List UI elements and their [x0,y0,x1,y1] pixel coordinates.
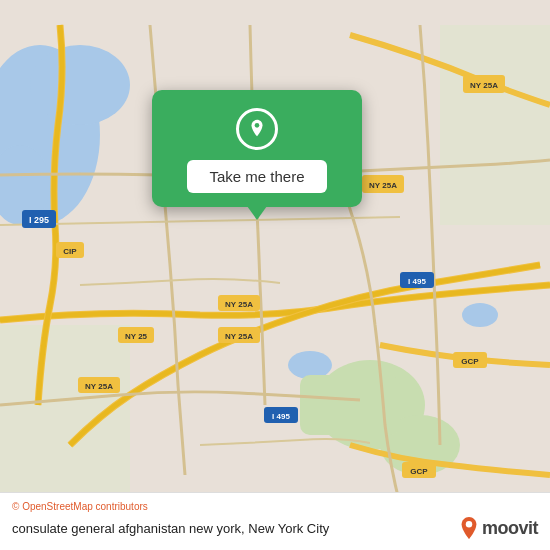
svg-text:GCP: GCP [410,467,428,476]
moovit-pin-icon [459,516,479,540]
svg-text:NY 25A: NY 25A [225,300,253,309]
bottom-bar: © OpenStreetMap contributors consulate g… [0,492,550,550]
location-icon-circle [236,108,278,150]
svg-text:I 495: I 495 [272,412,290,421]
location-pin-icon [246,118,268,140]
svg-point-36 [466,521,472,527]
svg-text:NY 25: NY 25 [125,332,148,341]
attribution-text: © OpenStreetMap contributors [12,501,538,512]
svg-text:NY 25A: NY 25A [369,181,397,190]
svg-rect-10 [440,25,550,225]
attribution-link[interactable]: OpenStreetMap contributors [22,501,148,512]
location-query-text: consulate general afghanistan new york, … [12,521,459,536]
svg-text:NY 25A: NY 25A [225,332,253,341]
svg-text:I 295: I 295 [29,215,49,225]
svg-text:GCP: GCP [461,357,479,366]
take-me-there-button[interactable]: Take me there [187,160,326,193]
svg-text:I 495: I 495 [408,277,426,286]
svg-text:CIP: CIP [63,247,77,256]
svg-point-5 [462,303,498,327]
svg-point-2 [30,45,130,125]
moovit-logo[interactable]: moovit [459,516,538,540]
attribution-copyright: © [12,501,19,512]
svg-text:NY 25A: NY 25A [85,382,113,391]
map-container: I 295 NY 25A NY 25A CIP NY 25A NY 25A NY… [0,0,550,550]
svg-point-35 [255,123,260,128]
svg-text:NY 25A: NY 25A [470,81,498,90]
moovit-brand-text: moovit [482,518,538,539]
map-background: I 295 NY 25A NY 25A CIP NY 25A NY 25A NY… [0,0,550,550]
location-label: consulate general afghanistan new york, … [12,516,538,540]
svg-point-4 [288,351,332,379]
popup-card: Take me there [152,90,362,207]
